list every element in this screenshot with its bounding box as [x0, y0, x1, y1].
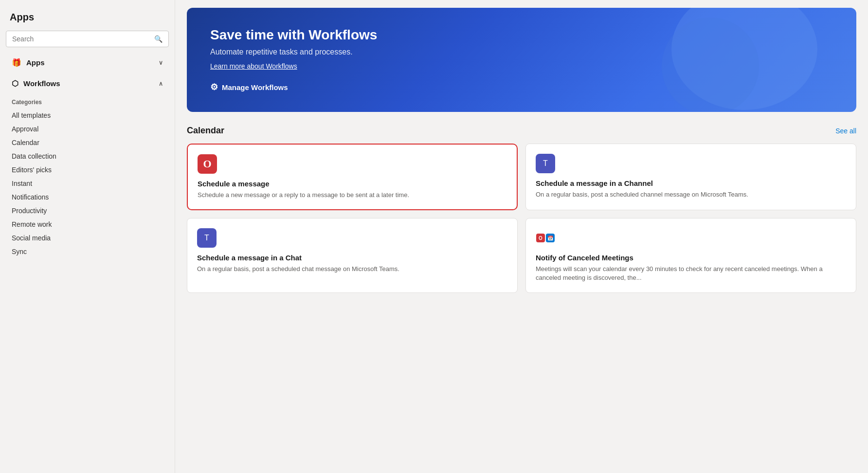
- card-desc-schedule-message: Schedule a new message or a reply to a m…: [198, 191, 507, 200]
- workflows-nav-section: ⬡ Workflows ∧ Categories All templates A…: [6, 74, 169, 258]
- search-box[interactable]: 🔍: [6, 31, 169, 47]
- manage-workflows-button[interactable]: ⚙ Manage Workflows: [210, 82, 288, 92]
- sidebar: Apps 🔍 🎁 Apps ∨ ⬡ Workflows ∧ Categories…: [0, 0, 175, 473]
- see-all-link[interactable]: See all: [835, 127, 856, 135]
- calendar-section: Calendar See all O Schedule a message Sc…: [187, 126, 856, 293]
- sidebar-item-apps[interactable]: 🎁 Apps ∨: [6, 53, 169, 72]
- sidebar-item-social-media[interactable]: Social media: [6, 231, 169, 245]
- apps-nav-section: 🎁 Apps ∨: [6, 53, 169, 72]
- sidebar-item-instant[interactable]: Instant: [6, 177, 169, 190]
- workflows-chevron-icon: ∧: [159, 80, 163, 87]
- search-icon: 🔍: [154, 35, 163, 43]
- card-schedule-chat[interactable]: T Schedule a message in a Chat On a regu…: [187, 218, 518, 292]
- teams-chat-icon: T: [204, 234, 209, 242]
- workflows-label: Workflows: [23, 79, 60, 88]
- learn-more-link[interactable]: Learn more about Workflows: [210, 62, 833, 70]
- hero-banner: Save time with Workflows Automate repeti…: [187, 8, 856, 112]
- section-title: Calendar: [187, 126, 224, 136]
- card-schedule-channel[interactable]: T Schedule a message in a Channel On a r…: [525, 144, 856, 210]
- workflows-icon: ⬡: [12, 79, 18, 88]
- card-icon-multi: O 📅: [536, 228, 555, 248]
- apps-chevron-icon: ∨: [159, 59, 163, 66]
- calendar-multi-icon: 📅: [546, 234, 555, 242]
- categories-section: Categories All templates Approval Calend…: [6, 93, 169, 258]
- manage-workflows-label: Manage Workflows: [222, 83, 288, 91]
- search-input[interactable]: [12, 35, 154, 43]
- sidebar-title: Apps: [6, 10, 169, 31]
- card-title-schedule-chat: Schedule a message in a Chat: [197, 254, 507, 262]
- card-desc-schedule-chat: On a regular basis, post a scheduled cha…: [197, 265, 507, 273]
- office-icon: O: [203, 158, 211, 170]
- section-header: Calendar See all: [187, 126, 856, 136]
- sidebar-item-sync[interactable]: Sync: [6, 245, 169, 258]
- card-desc-notify-canceled: Meetings will scan your calendar every 3…: [536, 265, 846, 282]
- sidebar-item-approval[interactable]: Approval: [6, 122, 169, 136]
- gear-icon: ⚙: [210, 82, 218, 92]
- card-title-notify-canceled: Notify of Canceled Meetings: [536, 254, 846, 262]
- office-multi-icon: O: [536, 234, 545, 242]
- card-icon-office: O: [198, 154, 217, 174]
- card-notify-canceled[interactable]: O 📅 Notify of Canceled Meetings Meetings…: [525, 218, 856, 292]
- card-title-schedule-channel: Schedule a message in a Channel: [536, 179, 846, 187]
- card-title-schedule-message: Schedule a message: [198, 180, 507, 188]
- sidebar-item-notifications[interactable]: Notifications: [6, 190, 169, 204]
- teams-icon: T: [543, 159, 548, 168]
- card-desc-schedule-channel: On a regular basis, post a scheduled cha…: [536, 190, 846, 199]
- sidebar-item-productivity[interactable]: Productivity: [6, 204, 169, 218]
- multi-icon: O 📅: [536, 234, 555, 242]
- hero-title: Save time with Workflows: [210, 27, 833, 43]
- sidebar-item-all-templates[interactable]: All templates: [6, 109, 169, 122]
- sidebar-item-editors-picks[interactable]: Editors' picks: [6, 163, 169, 177]
- card-icon-teams-channel: T: [536, 154, 555, 173]
- main-content: Save time with Workflows Automate repeti…: [175, 0, 868, 473]
- apps-label: Apps: [26, 58, 45, 67]
- sidebar-item-data-collection[interactable]: Data collection: [6, 149, 169, 163]
- sidebar-item-calendar[interactable]: Calendar: [6, 136, 169, 149]
- categories-label: Categories: [6, 93, 169, 109]
- cards-grid: O Schedule a message Schedule a new mess…: [187, 144, 856, 293]
- card-schedule-message[interactable]: O Schedule a message Schedule a new mess…: [187, 144, 518, 210]
- sidebar-item-workflows[interactable]: ⬡ Workflows ∧: [6, 74, 169, 93]
- apps-icon: 🎁: [12, 58, 21, 67]
- card-icon-teams-chat: T: [197, 228, 217, 248]
- sidebar-item-remote-work[interactable]: Remote work: [6, 218, 169, 231]
- hero-subtitle: Automate repetitive tasks and processes.: [210, 48, 833, 56]
